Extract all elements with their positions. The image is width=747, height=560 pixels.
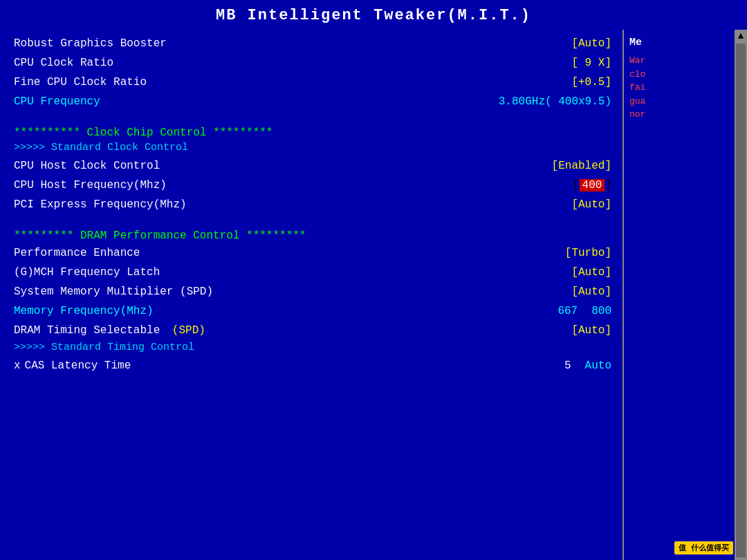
row-cpu-host-clock-control[interactable]: CPU Host Clock Control [Enabled] — [14, 158, 611, 176]
cas-value-5: 5 — [564, 357, 571, 374]
highlighted-400: 400 — [580, 179, 605, 192]
label-dram-timing: DRAM Timing Selectable (SPD) — [14, 322, 205, 339]
row-gmch-frequency[interactable]: (G)MCH Frequency Latch [Auto] — [14, 264, 611, 282]
content-area: Robust Graphics Booster [Auto] CPU Clock… — [0, 30, 747, 560]
value-gmch-frequency: [Auto] — [571, 264, 611, 281]
row-dram-timing[interactable]: DRAM Timing Selectable (SPD) [Auto] — [14, 322, 611, 340]
subsection-standard-clock: >>>>> Standard Clock Control — [14, 142, 611, 153]
label-pci-express: PCI Express Frequency(Mhz) — [14, 196, 187, 213]
row-pci-express[interactable]: PCI Express Frequency(Mhz) [Auto] — [14, 196, 611, 214]
sidebar-warning-text: Warclofaiguanor — [629, 54, 728, 122]
value-cpu-host-clock-control: [Enabled] — [552, 158, 611, 174]
value-cpu-host-frequency: [400] — [573, 177, 611, 194]
label-cpu-host-clock-control: CPU Host Clock Control — [14, 158, 160, 174]
values-memory-frequency: 667 800 — [557, 303, 611, 319]
row-cpu-frequency: CPU Frequency 3.80GHz( 400x9.5) — [14, 93, 611, 111]
label-gmch-frequency: (G)MCH Frequency Latch — [14, 264, 160, 281]
row-cpu-clock-ratio[interactable]: CPU Clock Ratio [ 9 X] — [14, 55, 611, 73]
label-cpu-host-frequency: CPU Host Frequency(Mhz) — [14, 177, 167, 194]
scrollbar-up-arrow[interactable]: ▲ — [738, 31, 744, 41]
value-fine-cpu-clock: [+0.5] — [571, 74, 611, 91]
value-system-memory-multiplier: [Auto] — [571, 283, 611, 300]
brand-badge: 值 什么值得买 — [674, 541, 733, 554]
row-robust-graphics[interactable]: Robust Graphics Booster [Auto] — [14, 35, 611, 53]
row-performance-enhance[interactable]: Performance Enhance [Turbo] — [14, 245, 611, 263]
subsection-standard-timing: >>>>> Standard Timing Control — [14, 342, 611, 353]
bottom-bar: 值 什么值得买 — [674, 541, 733, 554]
label-cpu-frequency: CPU Frequency — [14, 93, 100, 110]
page-title: MB Intelligent Tweaker(M.I.T.) — [0, 0, 747, 30]
value-cpu-frequency: 3.80GHz( 400x9.5) — [499, 93, 611, 110]
main-panel: MB Intelligent Tweaker(M.I.T.) Robust Gr… — [0, 0, 747, 560]
left-panel: Robust Graphics Booster [Auto] CPU Clock… — [0, 30, 622, 560]
right-sidebar: ▲ Me Warclofaiguanor — [622, 30, 747, 560]
label-robust-graphics: Robust Graphics Booster — [14, 35, 167, 52]
label-system-memory-multiplier: System Memory Multiplier (SPD) — [14, 283, 213, 300]
cas-value-auto: Auto — [585, 357, 611, 374]
label-performance-enhance: Performance Enhance — [14, 245, 140, 261]
label-memory-frequency: Memory Frequency(Mhz) — [14, 303, 154, 319]
memory-freq-667: 667 — [557, 303, 578, 319]
memory-freq-800: 800 — [591, 303, 611, 319]
label-cas-latency: CAS Latency Time — [25, 357, 131, 374]
label-cas-latency-prefix: x — [14, 357, 21, 374]
value-cpu-clock-ratio: [ 9 X] — [571, 55, 611, 71]
value-performance-enhance: [Turbo] — [565, 245, 611, 261]
sidebar-title: Me — [629, 37, 728, 48]
row-memory-frequency: Memory Frequency(Mhz) 667 800 — [14, 303, 611, 321]
value-dram-timing: [Auto] — [571, 322, 611, 339]
value-pci-express: [Auto] — [571, 196, 611, 213]
value-robust-graphics: [Auto] — [571, 35, 611, 52]
scrollbar-thumb — [736, 44, 746, 557]
cas-values: 5 Auto — [564, 357, 611, 374]
label-fine-cpu-clock: Fine CPU Clock Ratio — [14, 74, 147, 91]
row-cas-latency[interactable]: x CAS Latency Time 5 Auto — [14, 357, 611, 375]
section-clock-chip-header: ********** Clock Chip Control ********* — [14, 127, 611, 139]
scrollbar[interactable]: ▲ — [735, 30, 747, 560]
label-cpu-clock-ratio: CPU Clock Ratio — [14, 55, 113, 71]
section-dram-header: ********* DRAM Performance Control *****… — [14, 230, 611, 242]
row-cpu-host-frequency[interactable]: CPU Host Frequency(Mhz) [400] — [14, 177, 611, 195]
row-fine-cpu-clock[interactable]: Fine CPU Clock Ratio [+0.5] — [14, 74, 611, 92]
row-system-memory-multiplier[interactable]: System Memory Multiplier (SPD) [Auto] — [14, 283, 611, 301]
